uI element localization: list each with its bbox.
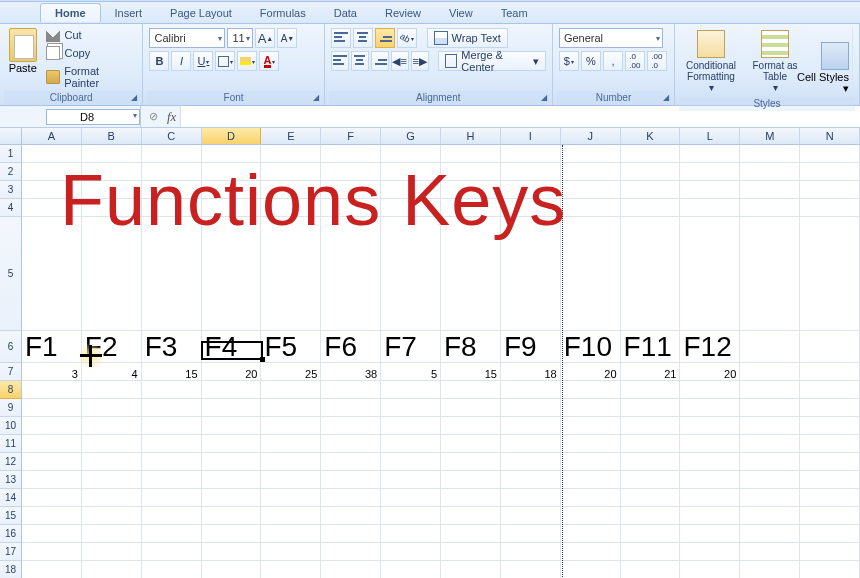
align-bottom-button[interactable]	[375, 28, 395, 48]
cell-N3[interactable]	[800, 181, 860, 199]
cell-I12[interactable]	[501, 453, 561, 471]
cell-B8[interactable]	[82, 381, 142, 399]
cell-B13[interactable]	[82, 471, 142, 489]
cell-L17[interactable]	[680, 543, 740, 561]
cell-H13[interactable]	[441, 471, 501, 489]
cell-E17[interactable]	[261, 543, 321, 561]
cell-M7[interactable]	[740, 363, 800, 381]
group-label-font[interactable]: Font	[147, 91, 319, 105]
cell-E4[interactable]	[261, 199, 321, 217]
cell-H11[interactable]	[441, 435, 501, 453]
cell-B9[interactable]	[82, 399, 142, 417]
row-header-1[interactable]: 1	[0, 145, 22, 163]
cell-D13[interactable]	[202, 471, 262, 489]
cell-I1[interactable]	[501, 145, 561, 163]
cell-G9[interactable]	[381, 399, 441, 417]
row-header-3[interactable]: 3	[0, 181, 22, 199]
align-right-button[interactable]	[371, 51, 389, 71]
cell-N5[interactable]	[800, 217, 860, 331]
currency-button[interactable]: $▾	[559, 51, 579, 71]
cell-F6[interactable]: F6	[321, 331, 381, 363]
column-header-N[interactable]: N	[800, 128, 860, 144]
cell-J10[interactable]	[561, 417, 621, 435]
cell-K15[interactable]	[621, 507, 681, 525]
cell-I14[interactable]	[501, 489, 561, 507]
column-header-K[interactable]: K	[621, 128, 681, 144]
column-header-G[interactable]: G	[381, 128, 441, 144]
cell-C2[interactable]	[142, 163, 202, 181]
cell-K6[interactable]: F11	[621, 331, 681, 363]
cell-A7[interactable]: 3	[22, 363, 82, 381]
cell-G13[interactable]	[381, 471, 441, 489]
cell-L18[interactable]	[680, 561, 740, 578]
cell-E12[interactable]	[261, 453, 321, 471]
cell-L3[interactable]	[680, 181, 740, 199]
cell-E2[interactable]	[261, 163, 321, 181]
cell-L12[interactable]	[680, 453, 740, 471]
cell-H17[interactable]	[441, 543, 501, 561]
cell-N6[interactable]	[800, 331, 860, 363]
cell-J7[interactable]: 20	[561, 363, 621, 381]
cell-H18[interactable]	[441, 561, 501, 578]
cell-K16[interactable]	[621, 525, 681, 543]
align-center-button[interactable]	[351, 51, 369, 71]
number-dialog-launcher[interactable]: ◢	[660, 91, 672, 103]
cell-G15[interactable]	[381, 507, 441, 525]
cell-G14[interactable]	[381, 489, 441, 507]
grow-font-button[interactable]: A▲	[255, 28, 275, 48]
cell-C10[interactable]	[142, 417, 202, 435]
cell-I11[interactable]	[501, 435, 561, 453]
column-header-F[interactable]: F	[321, 128, 381, 144]
cell-I6[interactable]: F9	[501, 331, 561, 363]
cell-N14[interactable]	[800, 489, 860, 507]
cell-D4[interactable]	[202, 199, 262, 217]
cell-K13[interactable]	[621, 471, 681, 489]
font-size-combo[interactable]: 11	[227, 28, 253, 48]
cell-B16[interactable]	[82, 525, 142, 543]
group-label-alignment[interactable]: Alignment	[329, 91, 548, 105]
cell-C5[interactable]	[142, 217, 202, 331]
cell-A16[interactable]	[22, 525, 82, 543]
cell-D17[interactable]	[202, 543, 262, 561]
row-header-16[interactable]: 16	[0, 525, 22, 543]
cell-L1[interactable]	[680, 145, 740, 163]
row-header-8[interactable]: 8	[0, 381, 22, 399]
cell-H7[interactable]: 15	[441, 363, 501, 381]
cell-C7[interactable]: 15	[142, 363, 202, 381]
cell-D2[interactable]	[202, 163, 262, 181]
cell-G1[interactable]	[381, 145, 441, 163]
cell-M2[interactable]	[740, 163, 800, 181]
cell-E15[interactable]	[261, 507, 321, 525]
cell-L15[interactable]	[680, 507, 740, 525]
cell-D14[interactable]	[202, 489, 262, 507]
cell-A14[interactable]	[22, 489, 82, 507]
cell-B1[interactable]	[82, 145, 142, 163]
cell-H15[interactable]	[441, 507, 501, 525]
cell-A3[interactable]	[22, 181, 82, 199]
group-label-clipboard[interactable]: Clipboard	[4, 91, 138, 105]
cell-B15[interactable]	[82, 507, 142, 525]
cell-B11[interactable]	[82, 435, 142, 453]
cell-K5[interactable]	[621, 217, 681, 331]
cell-J15[interactable]	[561, 507, 621, 525]
cell-H4[interactable]	[441, 199, 501, 217]
column-header-B[interactable]: B	[82, 128, 142, 144]
row-header-2[interactable]: 2	[0, 163, 22, 181]
cell-I3[interactable]	[501, 181, 561, 199]
cell-I4[interactable]	[501, 199, 561, 217]
cell-I16[interactable]	[501, 525, 561, 543]
cell-F10[interactable]	[321, 417, 381, 435]
cell-D9[interactable]	[202, 399, 262, 417]
cell-D15[interactable]	[202, 507, 262, 525]
cell-C14[interactable]	[142, 489, 202, 507]
cell-G5[interactable]	[381, 217, 441, 331]
cell-J9[interactable]	[561, 399, 621, 417]
cell-K10[interactable]	[621, 417, 681, 435]
cell-E13[interactable]	[261, 471, 321, 489]
cell-J16[interactable]	[561, 525, 621, 543]
cell-J4[interactable]	[561, 199, 621, 217]
cell-D10[interactable]	[202, 417, 262, 435]
cell-D8[interactable]	[202, 381, 262, 399]
tab-page-layout[interactable]: Page Layout	[156, 4, 246, 22]
cell-N12[interactable]	[800, 453, 860, 471]
